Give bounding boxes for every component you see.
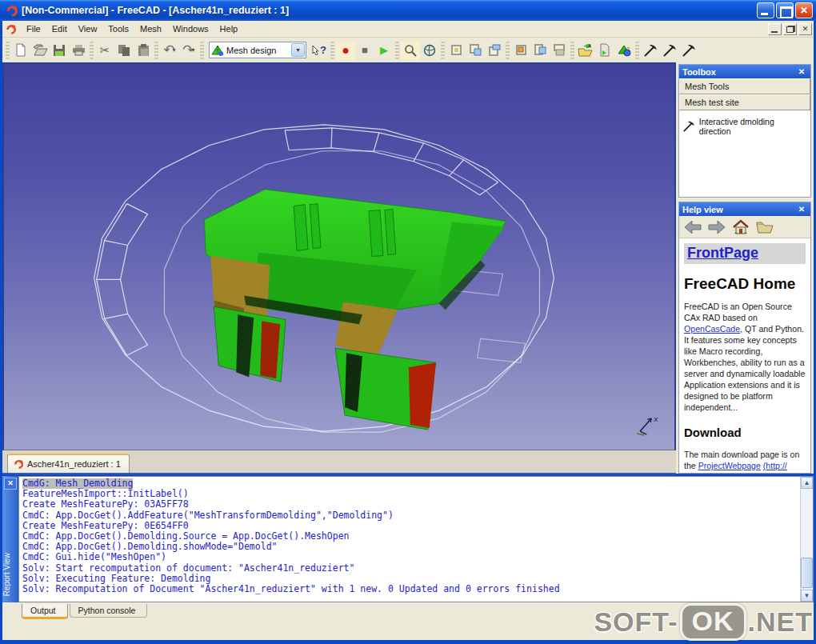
toolbar-grip[interactable] bbox=[200, 42, 204, 59]
view-axonometric-button[interactable] bbox=[420, 41, 439, 60]
toolbox-title-bar[interactable]: Toolbox ✕ bbox=[679, 65, 810, 78]
console-scrollbar[interactable]: ▲ ▼ bbox=[800, 477, 813, 602]
cut-button[interactable]: ✂ bbox=[95, 41, 114, 60]
toolbox-item-demolding[interactable]: Interactive dmolding direction bbox=[682, 117, 807, 136]
console-line: Solv: Executing Feature: Demolding bbox=[22, 573, 210, 584]
mdi-restore-button[interactable] bbox=[783, 23, 797, 35]
print-button[interactable] bbox=[69, 41, 88, 60]
menu-edit[interactable]: Edit bbox=[46, 22, 73, 36]
view-fit-button[interactable] bbox=[446, 41, 466, 60]
window-title: [Non-Commercial] - FreeCAD - [Ascher41n_… bbox=[22, 5, 289, 16]
demolding-direction-button-2[interactable] bbox=[660, 41, 679, 60]
mdi-minimize-button[interactable] bbox=[768, 23, 782, 35]
folder-icon[interactable] bbox=[756, 220, 774, 234]
paste-button[interactable] bbox=[134, 41, 153, 60]
mesh-texture-button[interactable] bbox=[614, 41, 634, 60]
undo-button[interactable]: ↶▾ bbox=[160, 41, 179, 60]
toolbar-grip[interactable] bbox=[330, 42, 334, 59]
view-top-button[interactable] bbox=[485, 41, 504, 60]
copy-button[interactable] bbox=[114, 41, 134, 60]
toolbox-group-mesh-test-site[interactable]: Mesh test site bbox=[679, 94, 810, 110]
console-line: Create MeshFeaturePy: 0E654FF0 bbox=[22, 520, 189, 531]
new-document-button[interactable] bbox=[11, 41, 30, 60]
macro-stop-button[interactable]: ■ bbox=[355, 41, 374, 60]
save-button[interactable] bbox=[50, 41, 69, 60]
menu-view[interactable]: View bbox=[73, 22, 103, 36]
document-tab-bar: Ascher41n_reduziert : 1 bbox=[2, 450, 676, 474]
toolbar-grip[interactable] bbox=[6, 42, 10, 59]
view-right-button[interactable] bbox=[511, 41, 530, 60]
help-view-panel: Help view ✕ bbox=[678, 202, 811, 474]
demolding-direction-button-1[interactable] bbox=[641, 41, 660, 60]
toolbar-grip[interactable] bbox=[154, 42, 158, 59]
toolbar-grip[interactable] bbox=[506, 42, 510, 59]
console-line: FeatureMeshImport::InitLabel() bbox=[22, 488, 189, 499]
forward-icon[interactable] bbox=[708, 220, 726, 234]
download-paragraph: The main download page is on the Project… bbox=[684, 449, 806, 471]
whats-this-button[interactable]: ? bbox=[310, 41, 329, 60]
maximize-button[interactable] bbox=[776, 2, 794, 18]
tab-output[interactable]: Output bbox=[22, 604, 68, 619]
menu-help[interactable]: Help bbox=[214, 22, 244, 36]
toolbar-grip[interactable] bbox=[635, 42, 639, 59]
scroll-thumb[interactable] bbox=[801, 558, 813, 588]
back-icon[interactable] bbox=[684, 220, 702, 234]
console-line: CmdC: App.DocGet().Demolding.Source = Ap… bbox=[22, 530, 350, 542]
tab-python-console[interactable]: Python console bbox=[70, 604, 148, 618]
console-line: CmdC: Gui.hide("MeshOpen") bbox=[22, 551, 166, 562]
minimize-button[interactable] bbox=[757, 2, 774, 18]
axis-label-x: x bbox=[653, 414, 658, 423]
scroll-up-icon[interactable]: ▲ bbox=[801, 477, 813, 489]
scroll-down-icon[interactable]: ▼ bbox=[801, 590, 813, 602]
view-rear-button[interactable] bbox=[530, 41, 550, 60]
http-link[interactable]: (http:// bbox=[763, 461, 787, 470]
toolbar-grip[interactable] bbox=[395, 42, 399, 59]
help-title-bar[interactable]: Help view ✕ bbox=[679, 202, 810, 216]
frontpage-link[interactable]: FrontPage bbox=[687, 245, 758, 261]
menu-tools[interactable]: Tools bbox=[102, 22, 134, 36]
freecad-window: [Non-Commercial] - FreeCAD - [Ascher41n_… bbox=[0, 0, 816, 644]
report-view-close-icon[interactable]: ✕ bbox=[4, 478, 17, 490]
view-bottom-button[interactable] bbox=[550, 41, 569, 60]
opencascade-link[interactable]: OpenCasCade bbox=[684, 324, 740, 334]
export-mesh-button[interactable] bbox=[595, 41, 614, 60]
workbench-selector[interactable]: Mesh design ▾ bbox=[209, 42, 306, 58]
toolbar-grip[interactable] bbox=[570, 42, 574, 59]
toolbox-title: Toolbox bbox=[682, 67, 716, 77]
toolbar-grip[interactable] bbox=[441, 42, 445, 59]
macro-record-button[interactable]: ● bbox=[336, 41, 355, 60]
demolding-direction-button-3[interactable] bbox=[679, 41, 698, 60]
toolbox-group-mesh-tools[interactable]: Mesh Tools bbox=[679, 78, 810, 94]
zoom-button[interactable] bbox=[401, 41, 420, 60]
open-mesh-button[interactable] bbox=[576, 41, 595, 60]
console-output[interactable]: CmdG: Mesh_Demolding FeatureMeshImport::… bbox=[19, 477, 800, 602]
console-line: CmdC: App.DocGet().Demolding.showMode="D… bbox=[22, 541, 278, 552]
toolbar-grip[interactable] bbox=[90, 42, 94, 59]
workbench-dropdown-arrow[interactable]: ▾ bbox=[291, 43, 305, 57]
toolbox-panel: Toolbox ✕ Mesh Tools Mesh test site Inte… bbox=[678, 64, 811, 198]
redo-button[interactable]: ↷▾ bbox=[179, 41, 198, 60]
menu-file[interactable]: File bbox=[21, 22, 46, 36]
toolbox-close-icon[interactable]: ✕ bbox=[796, 67, 807, 76]
mesh-model bbox=[204, 190, 506, 430]
console-line: Solv: Recomputation of Document "Ascher4… bbox=[22, 583, 560, 594]
side-panels: Toolbox ✕ Mesh Tools Mesh test site Inte… bbox=[676, 62, 814, 474]
document-tab[interactable]: Ascher41n_reduziert : 1 bbox=[7, 454, 130, 473]
menu-windows[interactable]: Windows bbox=[167, 22, 214, 36]
mdi-close-button[interactable]: ✕ bbox=[798, 23, 812, 35]
watermark-pre: SOFT- bbox=[594, 606, 678, 638]
report-view-handle[interactable]: ✕ Report View bbox=[2, 476, 18, 602]
title-bar[interactable]: [Non-Commercial] - FreeCAD - [Ascher41n_… bbox=[0, 0, 816, 21]
home-icon[interactable] bbox=[732, 219, 750, 234]
menu-mesh[interactable]: Mesh bbox=[134, 22, 167, 36]
close-button[interactable]: ✕ bbox=[795, 2, 813, 18]
3d-viewport[interactable]: x bbox=[2, 62, 676, 450]
document-icon bbox=[5, 23, 17, 35]
view-front-button[interactable] bbox=[466, 41, 485, 60]
open-document-button[interactable] bbox=[30, 41, 50, 60]
macro-play-button[interactable]: ▶ bbox=[374, 41, 394, 60]
scroll-track[interactable] bbox=[801, 489, 813, 590]
help-close-icon[interactable]: ✕ bbox=[796, 205, 807, 214]
help-text-2: , QT and Python. It features some key co… bbox=[684, 324, 805, 412]
projectwebpage-link[interactable]: ProjectWebpage bbox=[698, 461, 761, 470]
